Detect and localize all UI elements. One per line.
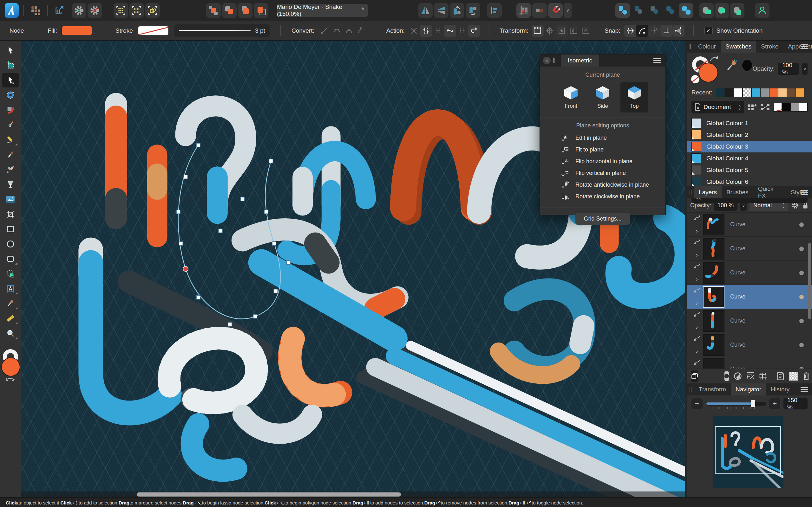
path-node[interactable] xyxy=(179,241,183,245)
adjustment-button[interactable] xyxy=(733,372,742,381)
picked-colour-well[interactable] xyxy=(742,59,753,72)
canvas-hscrollbar-thumb[interactable] xyxy=(137,493,401,497)
expand-chevron-icon[interactable]: > xyxy=(696,325,699,330)
tab-layers[interactable]: Layers xyxy=(694,186,722,199)
action-detach-button[interactable] xyxy=(456,25,468,37)
convert-smooth-button[interactable] xyxy=(331,25,343,37)
path-node[interactable] xyxy=(253,315,257,319)
vector-crop-tool[interactable] xyxy=(2,207,19,222)
layer-row[interactable]: >Curve xyxy=(687,237,812,261)
drag-handle[interactable] xyxy=(690,387,692,392)
convert-smart-button[interactable] xyxy=(343,25,355,37)
path-node[interactable] xyxy=(196,296,200,299)
recent-swatch[interactable] xyxy=(725,88,734,97)
pen-tool[interactable] xyxy=(2,118,19,132)
path-node[interactable] xyxy=(228,323,232,326)
snap-off-curve-button[interactable] xyxy=(648,25,660,37)
expand-chevron-icon[interactable]: > xyxy=(696,277,699,282)
layer-row[interactable]: >Curve xyxy=(687,357,812,369)
colour-wells[interactable] xyxy=(1,349,20,384)
move-tool[interactable] xyxy=(2,43,19,58)
convert-sharp-button[interactable] xyxy=(319,25,331,37)
navigator-thumbnail[interactable] xyxy=(713,416,783,488)
colour-picker-tool[interactable] xyxy=(2,296,19,311)
snap-perpendicular-button[interactable] xyxy=(660,25,672,37)
new-layer-button[interactable] xyxy=(776,372,785,381)
insert-on-top-button[interactable] xyxy=(730,3,745,18)
layer-row[interactable]: >Curve xyxy=(687,333,812,357)
layer-row[interactable]: >Curve xyxy=(687,285,812,309)
plane-option-flip-horizontal-in-plane[interactable]: Flip horizontal in plane xyxy=(540,156,665,167)
opacity-dropdown[interactable]: ∨ xyxy=(802,63,808,75)
recent-swatch[interactable] xyxy=(734,88,743,97)
show-orientation-checkbox[interactable]: ✓ xyxy=(705,26,713,35)
plane-option-flip-vertical-in-plane[interactable]: Flip vertical in plane xyxy=(540,167,665,179)
rectangle-tool[interactable] xyxy=(2,222,19,236)
snap-tangent-button[interactable] xyxy=(672,25,684,37)
layer-visibility-dot[interactable] xyxy=(799,343,804,347)
selected-node[interactable] xyxy=(183,266,188,271)
move-back-one-button[interactable] xyxy=(222,3,237,18)
expand-chevron-icon[interactable]: > xyxy=(696,301,699,306)
swatch-category-selector[interactable]: Document ∧∨ xyxy=(692,101,744,113)
artistic-text-tool[interactable] xyxy=(2,281,19,296)
fill-well[interactable] xyxy=(1,357,20,377)
swap-colours-icon[interactable] xyxy=(5,377,15,382)
layers-scrollbar-thumb[interactable] xyxy=(808,243,811,319)
transform-mirror-button[interactable] xyxy=(568,25,580,37)
shape-builder-tool[interactable] xyxy=(2,267,19,281)
zoom-value[interactable]: 150 % xyxy=(783,398,808,409)
layer-row[interactable]: >Curve xyxy=(687,213,812,237)
fill-tool[interactable] xyxy=(2,162,19,177)
convert-line-button[interactable] xyxy=(355,25,367,37)
panel-menu-icon[interactable] xyxy=(801,190,808,195)
global-colour-row[interactable]: Global Colour 3 xyxy=(687,141,812,153)
transform-mode-button[interactable] xyxy=(531,25,544,37)
transparency-tool[interactable] xyxy=(2,177,19,192)
black-swatch[interactable] xyxy=(782,103,791,112)
pixel-pattern-button[interactable] xyxy=(532,3,547,18)
tab-history[interactable]: History xyxy=(766,383,794,395)
layer-visibility-dot[interactable] xyxy=(799,246,804,251)
path-node[interactable] xyxy=(264,210,268,214)
add-swatch-icon[interactable] xyxy=(747,102,757,112)
path-node[interactable] xyxy=(274,289,277,293)
expand-chevron-icon[interactable]: > xyxy=(696,349,699,354)
boolean-divide-button[interactable] xyxy=(663,3,677,18)
preferences-button[interactable] xyxy=(72,3,86,18)
mesh-warp-button[interactable] xyxy=(759,372,768,380)
zoom-in-button[interactable]: + xyxy=(769,398,780,409)
move-forward-one-button[interactable] xyxy=(238,3,252,18)
studio-presets-button[interactable] xyxy=(28,3,43,18)
layer-row[interactable]: >Curve xyxy=(687,261,812,285)
path-node[interactable] xyxy=(269,159,273,163)
mask-layer-button[interactable] xyxy=(724,372,729,381)
panel-menu-icon[interactable] xyxy=(801,387,808,392)
tab-brushes[interactable]: Brushes xyxy=(722,186,753,199)
account-button[interactable] xyxy=(755,3,769,18)
action-reverse-button[interactable] xyxy=(468,25,480,37)
action-join-button[interactable] xyxy=(432,25,444,37)
plane-top-button[interactable]: Top xyxy=(620,82,648,112)
fill-circle[interactable] xyxy=(699,63,718,82)
app-logo-button[interactable] xyxy=(4,3,19,18)
delete-layer-button[interactable] xyxy=(803,372,810,381)
opacity-value[interactable]: 100 % xyxy=(778,63,799,75)
plane-side-button[interactable]: Side xyxy=(589,82,617,112)
close-icon[interactable]: ✕ xyxy=(543,57,551,64)
global-colour-row[interactable]: Global Colour 6 xyxy=(687,176,812,187)
grid-settings-button[interactable]: Grid Settings... xyxy=(575,213,629,225)
new-pixel-layer-button[interactable] xyxy=(789,372,798,381)
global-colour-row[interactable]: Global Colour 4 xyxy=(687,153,812,164)
swap-arrow-icon[interactable] xyxy=(709,55,719,62)
recent-swatch[interactable] xyxy=(751,88,760,97)
layer-visibility-dot[interactable] xyxy=(799,295,804,299)
layer-effects-button[interactable]: FX xyxy=(747,372,754,380)
plane-option-rotate-clockwise-in-plane[interactable]: Rotate clockwise in plane xyxy=(540,191,665,203)
path-node[interactable] xyxy=(176,210,180,214)
grid-show-button[interactable] xyxy=(113,3,128,18)
grey-swatch[interactable] xyxy=(791,103,799,112)
rounded-rectangle-tool[interactable] xyxy=(2,251,19,266)
duplicate-layer-button[interactable] xyxy=(691,371,699,382)
boolean-subtract-button[interactable] xyxy=(631,3,646,18)
